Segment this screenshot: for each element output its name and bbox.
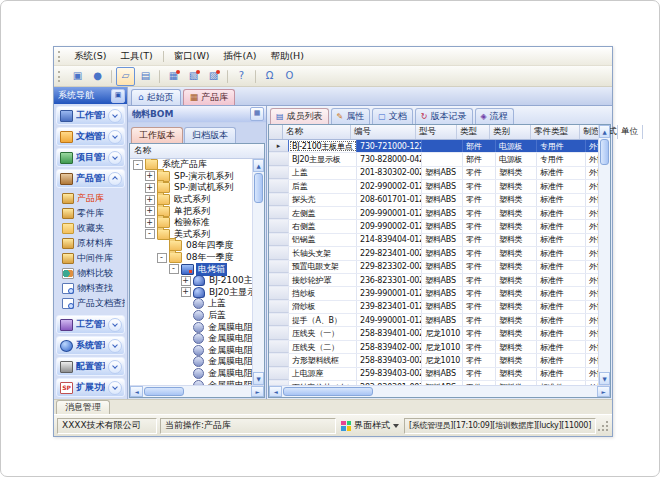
tab-start-page[interactable]: ⌂ 起始页 bbox=[131, 89, 181, 105]
tree-node[interactable]: BJ20主显示板 bbox=[130, 287, 252, 299]
menu-help[interactable]: 帮助(H) bbox=[263, 48, 311, 65]
drag-handle[interactable] bbox=[58, 51, 63, 62]
table-row[interactable]: 接纱轮护罩 236-823301-00Z 塑料ABS 零件 塑料类 标准件 外协… bbox=[269, 274, 598, 287]
table-row[interactable]: 预置电眼支架 229-823302-00Z 塑料ABS 零件 塑料类 标准件 外… bbox=[269, 261, 598, 274]
row-selector-cell[interactable] bbox=[269, 180, 289, 192]
tree-node[interactable]: 系统产品库 bbox=[130, 159, 252, 171]
row-selector-cell[interactable] bbox=[269, 234, 289, 246]
sidebar-item-product-doc-search[interactable]: 产品文档查找 bbox=[59, 296, 125, 311]
sidebar-section-documents[interactable]: 文档管理 bbox=[56, 127, 125, 146]
table-row[interactable]: 右侧盖 209-990002-01Z 塑料ABS 零件 塑料类 标准件 外协 条 bbox=[269, 220, 598, 233]
column-header[interactable]: 单位 bbox=[618, 125, 643, 139]
table-row[interactable]: 后盖 202-990002-01Z 塑料ABS 零件 塑料类 标准件 外协 条 bbox=[269, 180, 598, 193]
tab-working-version[interactable]: 工作版本 bbox=[131, 127, 183, 143]
table-row[interactable]: 压线夹（一） 258-839401-00Z 尼龙1010 零件 塑料类 标准件 … bbox=[269, 327, 598, 340]
message-manager-tab[interactable]: 消息管理 bbox=[56, 400, 110, 414]
row-selector-cell[interactable] bbox=[269, 194, 289, 206]
sidebar-menu-button[interactable]: ▣ bbox=[111, 89, 125, 103]
sidebar-item-product-library[interactable]: 产品库 bbox=[59, 191, 125, 206]
tree-node[interactable]: 上盖 bbox=[130, 298, 252, 310]
tree-vertical-scrollbar[interactable]: ▲ ▼ bbox=[252, 159, 264, 385]
tree-node[interactable]: 金属膜电阻器 bbox=[130, 333, 252, 345]
tree-expander[interactable] bbox=[157, 253, 167, 263]
lock-icon[interactable]: Ω bbox=[260, 67, 279, 86]
row-selector-cell[interactable] bbox=[269, 327, 289, 339]
tree-node[interactable]: 单把系列 bbox=[130, 205, 252, 217]
grid-vertical-scrollbar[interactable]: ▲ ▼ bbox=[598, 125, 610, 385]
window-list-icon[interactable]: ▤ bbox=[136, 67, 155, 86]
tree-node[interactable]: 金属膜电阻器 bbox=[130, 345, 252, 357]
sidebar-section-products[interactable]: 产品管理 bbox=[56, 169, 125, 188]
scroll-left-icon[interactable]: ◄ bbox=[269, 386, 282, 397]
sidebar-section-configuration[interactable]: 配置管理 bbox=[56, 357, 125, 376]
tree-column-header[interactable]: 名称 bbox=[130, 144, 264, 159]
table-row[interactable]: 左侧盖 209-990001-01Z 塑料ABS 零件 塑料类 标准件 外协 条 bbox=[269, 207, 598, 220]
tree-expander[interactable] bbox=[181, 287, 191, 297]
tree-expander[interactable] bbox=[145, 229, 155, 239]
row-selector-cell[interactable] bbox=[269, 207, 289, 219]
chevron-down-icon[interactable] bbox=[108, 130, 122, 144]
row-selector-cell[interactable] bbox=[269, 354, 289, 366]
column-header[interactable]: 型号 bbox=[416, 125, 457, 139]
tree-node[interactable]: 美式系列 bbox=[130, 229, 252, 241]
chevron-down-icon[interactable] bbox=[108, 381, 122, 395]
folder-open-icon[interactable]: ▱ bbox=[116, 67, 135, 86]
toolbar-separator[interactable] bbox=[255, 70, 256, 83]
tree-node[interactable]: SP-演示机系列 bbox=[130, 171, 252, 183]
tree-expander[interactable] bbox=[181, 276, 191, 286]
chevron-down-icon[interactable] bbox=[108, 318, 122, 332]
sidebar-item-favorites[interactable]: 收藏夹 bbox=[59, 221, 125, 236]
row-selector-cell[interactable] bbox=[269, 341, 289, 353]
tree-node[interactable]: 检验标准 bbox=[130, 217, 252, 229]
help-icon[interactable]: ? bbox=[232, 67, 251, 86]
scroll-right-icon[interactable]: ► bbox=[597, 386, 610, 397]
table-row[interactable]: 探头壳 208-601701-01Z 塑料ABS 零件 塑料类 标准件 外协 条 bbox=[269, 194, 598, 207]
tree-expander[interactable] bbox=[145, 183, 155, 193]
scrollbar-thumb[interactable] bbox=[283, 387, 373, 396]
scroll-up-icon[interactable]: ▲ bbox=[599, 125, 610, 138]
tree-expander[interactable] bbox=[133, 160, 143, 170]
row-selector-cell[interactable] bbox=[269, 287, 289, 299]
tree-node[interactable]: 后盖 bbox=[130, 310, 252, 322]
tree-node[interactable]: 电烤箱 bbox=[130, 263, 252, 275]
tree-node[interactable]: 金属膜电阻器 bbox=[130, 356, 252, 368]
resize-grip[interactable] bbox=[599, 420, 609, 432]
tree-node[interactable]: 欧式系列 bbox=[130, 194, 252, 206]
tab-product-library[interactable]: ▦ 产品库 bbox=[183, 89, 236, 105]
sidebar-item-material-compare[interactable]: 物料比较 bbox=[59, 266, 125, 281]
window-close-icon[interactable]: ▨ bbox=[204, 67, 223, 86]
table-row[interactable]: 压线夹（二） 258-839402-00Z 尼龙1010 零件 塑料类 标准件 … bbox=[269, 341, 598, 354]
menu-window[interactable]: 窗口(W) bbox=[167, 48, 217, 65]
menu-tools[interactable]: 工具(T) bbox=[113, 48, 159, 65]
scroll-down-icon[interactable]: ▼ bbox=[253, 372, 264, 385]
sidebar-section-work[interactable]: 工作管理 bbox=[56, 106, 125, 125]
tree-node[interactable]: SP-测试机系列 bbox=[130, 182, 252, 194]
scrollbar-thumb[interactable] bbox=[144, 387, 184, 396]
scroll-down-icon[interactable]: ▼ bbox=[599, 372, 610, 385]
tree-node[interactable]: 金属膜电阻器 bbox=[130, 321, 252, 333]
tree-node[interactable]: 08年四季度 bbox=[130, 240, 252, 252]
toolbar-separator[interactable] bbox=[159, 70, 160, 83]
chevron-down-icon[interactable] bbox=[108, 172, 122, 186]
column-header[interactable]: 名称 bbox=[283, 125, 351, 139]
row-selector-cell[interactable] bbox=[269, 153, 289, 165]
scroll-left-icon[interactable]: ◄ bbox=[130, 386, 143, 397]
globe-icon[interactable]: ● bbox=[88, 67, 107, 86]
grid-horizontal-scrollbar[interactable]: ◄ ► bbox=[269, 385, 610, 397]
row-selector-cell[interactable] bbox=[269, 368, 289, 380]
row-selector-cell[interactable] bbox=[269, 140, 289, 152]
table-row[interactable]: BJ20主显示板 730-828000-04Z 部件 电源板 专用件 外协 颗 bbox=[269, 153, 598, 166]
row-selector-cell[interactable] bbox=[269, 220, 289, 232]
menu-plugins[interactable]: 插件(A) bbox=[216, 48, 263, 65]
scroll-right-icon[interactable]: ► bbox=[251, 386, 264, 397]
sidebar-section-process[interactable]: 工艺管理 bbox=[56, 315, 125, 334]
tree-expander[interactable] bbox=[145, 171, 155, 181]
monitor-icon[interactable]: ▣ bbox=[68, 67, 87, 86]
tree-node[interactable]: 金属膜电阻器 bbox=[130, 368, 252, 380]
tab-archived-version[interactable]: 归档版本 bbox=[184, 127, 236, 143]
sidebar-section-projects[interactable]: 项目管理 bbox=[56, 148, 125, 167]
tree-expander[interactable] bbox=[169, 264, 179, 274]
column-header[interactable]: 零件类型 bbox=[531, 125, 580, 139]
column-header[interactable]: 类别 bbox=[490, 125, 531, 139]
scrollbar-thumb[interactable] bbox=[254, 173, 263, 203]
